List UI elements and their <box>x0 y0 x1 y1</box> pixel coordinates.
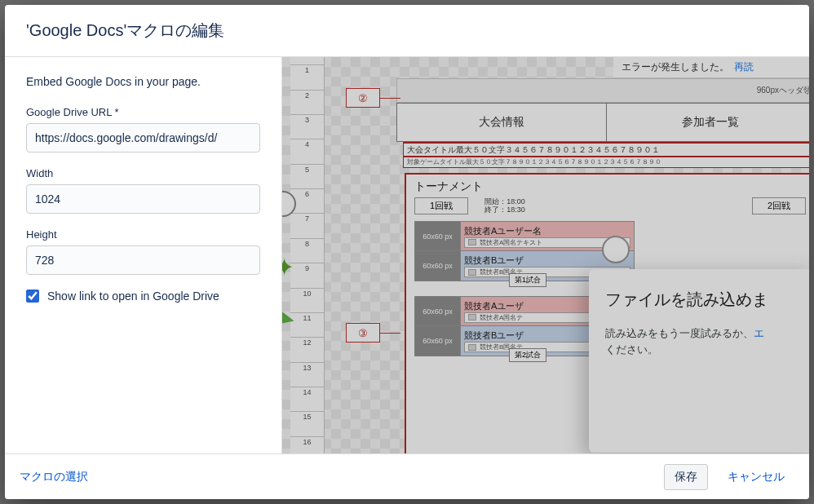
form-panel: Embed Google Docs in your page. Google D… <box>5 57 282 453</box>
show-link-checkbox-row[interactable]: Show link to open in Google Drive <box>26 290 260 303</box>
tab-participants[interactable]: 参加者一覧 <box>607 104 810 141</box>
url-label: Google Drive URL * <box>26 106 260 118</box>
tab-tournament-info[interactable]: 大会情報 <box>397 104 607 141</box>
top-error-bar: エラーが発生しました。 再読 <box>613 57 809 78</box>
marker-2: ② <box>346 88 380 108</box>
width-input[interactable] <box>26 184 260 214</box>
tab-row: 大会情報 参加者一覧 <box>396 103 809 142</box>
height-label: Height <box>26 228 260 241</box>
ruler-vertical: 1 2 3 4 5 6 7 8 9 10 11 12 13 14 15 16 <box>290 57 325 453</box>
dialog-footer: マクロの選択 保存 キャンセル <box>5 453 809 499</box>
cancel-button[interactable]: キャンセル <box>718 464 794 490</box>
thumb-icon: 60x60 px <box>415 297 461 325</box>
file-load-error-popup: ファイルを読み込めま 読み込みをもう一度試みるか、エ ください。 <box>589 269 809 453</box>
show-link-checkbox[interactable] <box>26 290 39 303</box>
dialog-body: Embed Google Docs in your page. Google D… <box>5 57 809 453</box>
sub-row: 対象ゲームタイトル最大５０文字７８９０１２３４５６７８９０１２３４５６７８９０ <box>403 157 809 168</box>
flag-icon <box>468 344 476 351</box>
tournament-title: トーナメント <box>414 179 806 194</box>
round-2-box: 2回戦 <box>752 197 806 214</box>
url-input[interactable] <box>26 123 260 153</box>
preview-panel: 1 2 3 4 5 6 7 8 9 10 11 12 13 14 15 16 ✦ <box>282 57 809 453</box>
round-1-box: 1回戦 <box>414 197 468 214</box>
header-band: 960pxヘッダ領 <box>396 78 809 103</box>
flag-icon <box>468 239 476 245</box>
top-error-text: エラーが発生しました。 <box>622 60 729 74</box>
show-link-label: Show link to open in Google Drive <box>47 290 219 303</box>
flag-icon <box>468 269 476 276</box>
file-error-link[interactable]: エ <box>754 327 764 339</box>
result-circle-icon <box>602 236 630 263</box>
width-label: Width <box>26 167 260 179</box>
marker-3: ③ <box>346 323 380 343</box>
save-button[interactable]: 保存 <box>664 464 708 490</box>
title-row: 大会タイトル最大５０文字３４５６７８９０１２３４５６７８９０１ <box>403 142 809 157</box>
height-input[interactable] <box>26 245 260 275</box>
shape-burst-icon: ✦ <box>282 253 294 281</box>
dialog-title: 'Google Docs'マクロの編集 <box>5 5 809 57</box>
file-error-title: ファイルを読み込めま <box>605 289 801 311</box>
thumb-icon: 60x60 px <box>415 222 461 250</box>
top-error-retry-link[interactable]: 再読 <box>734 60 754 74</box>
thumb-icon: 60x60 px <box>415 251 461 281</box>
macro-edit-dialog: 'Google Docs'マクロの編集 Embed Google Docs in… <box>5 5 809 499</box>
round-times: 開始：18:00 終了：18:30 <box>484 198 525 214</box>
match1-label: 第1試合 <box>509 273 546 287</box>
match2-label: 第2試合 <box>509 348 546 362</box>
select-macro-link[interactable]: マクロの選択 <box>20 470 88 484</box>
embed-description: Embed Google Docs in your page. <box>26 75 260 88</box>
thumb-icon: 60x60 px <box>415 326 461 356</box>
match1-upper-name: 競技者Aユーザー名 <box>464 225 630 237</box>
flag-icon <box>468 314 476 321</box>
file-error-body: 読み込みをもう一度試みるか、エ ください。 <box>605 325 801 357</box>
